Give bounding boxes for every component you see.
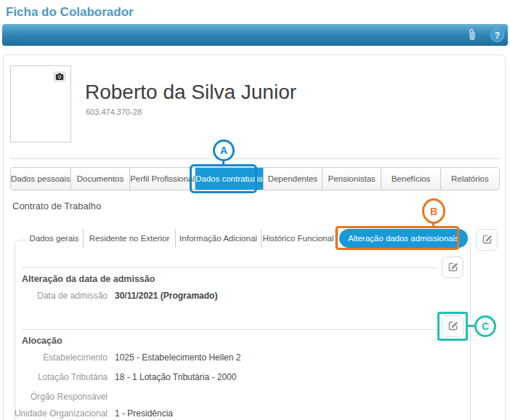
section-divider xyxy=(22,267,437,268)
main-tab-bar: Dados pessoais Documentos Perfil Profiss… xyxy=(10,167,500,190)
employee-record-page: Ficha do Colaborador ? Roberto da Silva … xyxy=(0,0,510,420)
field-label: Data de admissão xyxy=(13,291,108,301)
employee-photo-placeholder[interactable] xyxy=(10,65,71,142)
tab-relatorios[interactable]: Relatórios xyxy=(441,168,499,190)
field-label: Unidade Organizacional xyxy=(13,408,108,419)
tab-dados-contratuais[interactable]: Dados contratuais xyxy=(195,168,264,190)
subtab-informacao-adicional[interactable]: Informação Adicional xyxy=(176,229,262,248)
field-label: Estabelecimento xyxy=(13,352,108,363)
field-value: 30/11/2021 (Programado) xyxy=(115,291,217,301)
upload-photo-button[interactable] xyxy=(53,71,66,82)
field-label: Lotação Tributária xyxy=(13,372,108,382)
contract-section-title: Contrato de Trabalho xyxy=(12,201,101,211)
paperclip-icon xyxy=(466,33,478,44)
section-divider xyxy=(22,329,437,330)
tab-pensionistas[interactable]: Pensionistas xyxy=(323,168,381,190)
pencil-square-icon xyxy=(448,261,458,274)
toolbar: ? xyxy=(2,24,508,46)
field-value: 1025 - Estabelecimento Hellen 2 xyxy=(115,352,240,363)
edit-admission-date-button[interactable] xyxy=(442,257,464,278)
contract-sub-tab-bar: Dados gerais Residente no Exterior Infor… xyxy=(25,229,468,248)
tab-beneficios[interactable]: Benefícios xyxy=(381,168,440,190)
annotation-a-marker: A xyxy=(213,140,235,161)
tab-perfil-profissional[interactable]: Perfil Profissional xyxy=(130,168,195,190)
field-value: 1 - Presidência xyxy=(115,408,173,419)
camera-icon xyxy=(55,70,64,84)
edit-allocation-button[interactable] xyxy=(442,315,464,337)
annotation-c-marker: C xyxy=(474,315,496,337)
annotation-c-connector xyxy=(468,325,474,327)
pencil-square-icon xyxy=(482,233,493,246)
tab-documentos[interactable]: Documentos xyxy=(71,168,130,190)
help-button[interactable]: ? xyxy=(490,28,504,42)
help-icon: ? xyxy=(495,31,500,41)
page-title: Ficha do Colaborador xyxy=(6,5,134,20)
annotation-b-marker: B xyxy=(422,198,445,224)
pencil-square-icon xyxy=(448,320,458,333)
field-value: 18 - 1 Lotação Tributária - 2000 xyxy=(115,372,236,382)
tab-dados-pessoais[interactable]: Dados pessoais xyxy=(11,168,71,190)
divider xyxy=(10,158,500,159)
employee-name: Roberto da Silva Junior xyxy=(85,81,296,104)
section-title-admission-change: Alteração da data de admissão xyxy=(22,274,155,284)
subtab-residente-no-exterior[interactable]: Residente no Exterior xyxy=(84,229,176,248)
attachment-button[interactable] xyxy=(466,28,479,42)
subtab-historico-funcional[interactable]: Histórico Funcional xyxy=(262,229,336,248)
edit-contract-button[interactable] xyxy=(476,229,498,251)
tab-dependentes[interactable]: Dependentes xyxy=(264,168,323,190)
field-label: Órgão Responsável xyxy=(13,392,108,402)
employee-cpf: 603.474.370-28 xyxy=(86,108,142,116)
section-title-allocation: Alocação xyxy=(22,336,62,346)
subtab-dados-gerais[interactable]: Dados gerais xyxy=(25,229,84,248)
subtab-alteracao-dados-admissionais[interactable]: Alteração dados admissionais xyxy=(339,229,468,248)
